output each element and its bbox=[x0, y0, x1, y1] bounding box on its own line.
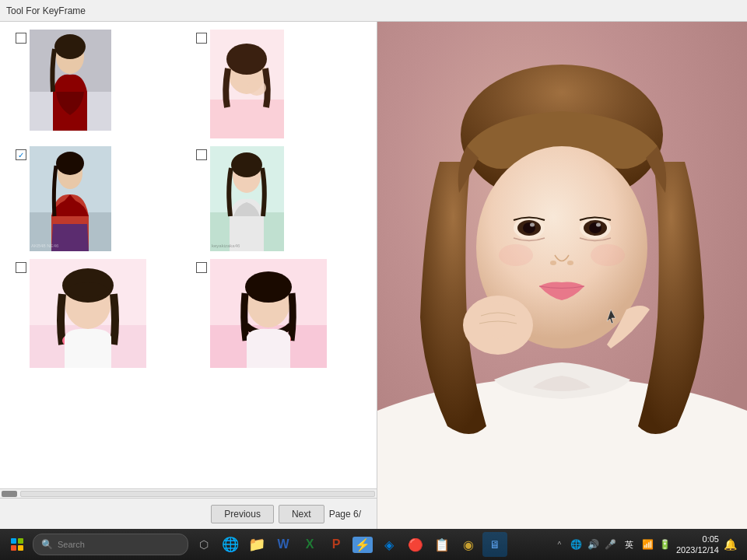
folder-icon: 📁 bbox=[248, 536, 265, 553]
svg-point-7 bbox=[226, 44, 267, 75]
app9-button[interactable]: 📋 bbox=[430, 532, 454, 557]
wifi-icon[interactable]: 📶 bbox=[640, 537, 656, 552]
title-bar: Tool For KeyFrame bbox=[0, 0, 747, 22]
image-grid: AKB48 NE46 bbox=[16, 30, 369, 368]
win-tile-1 bbox=[11, 538, 16, 544]
app6-button[interactable]: ⚡ bbox=[350, 532, 375, 557]
network-icon[interactable]: 🌐 bbox=[569, 537, 584, 552]
checkbox-6[interactable] bbox=[196, 262, 207, 273]
system-clock[interactable]: 0:05 2023/12/14 bbox=[676, 534, 719, 556]
chevron-icon[interactable]: ^ bbox=[552, 537, 567, 552]
svg-point-8 bbox=[247, 80, 266, 96]
search-icon: 🔍 bbox=[41, 539, 53, 550]
image-item-5 bbox=[16, 259, 188, 368]
scroll-thumb[interactable] bbox=[2, 491, 17, 497]
svg-point-3 bbox=[54, 34, 86, 59]
previous-button[interactable]: Previous bbox=[211, 505, 274, 523]
svg-text:keyakizaka46: keyakizaka46 bbox=[212, 243, 240, 248]
sys-icons: ^ 🌐 🔊 🎤 英 📶 🔋 bbox=[552, 537, 673, 552]
checkbox-5[interactable] bbox=[16, 262, 26, 273]
svg-point-29 bbox=[245, 271, 292, 303]
photo-5[interactable] bbox=[30, 259, 146, 368]
ppt-icon: P bbox=[332, 537, 341, 551]
speaker-icon[interactable]: 🔊 bbox=[586, 537, 601, 552]
taskbar-search[interactable]: 🔍 Search bbox=[33, 534, 188, 555]
task-view-button[interactable]: ⬡ bbox=[191, 532, 216, 557]
svg-point-43 bbox=[596, 223, 601, 227]
app10-button[interactable]: ◉ bbox=[456, 532, 481, 557]
scroll-track bbox=[20, 491, 375, 497]
checkbox-2[interactable] bbox=[196, 33, 207, 44]
app8-button[interactable]: 🔴 bbox=[403, 532, 428, 557]
win-tile-2 bbox=[18, 538, 23, 544]
app10-icon: ◉ bbox=[463, 537, 474, 552]
checkbox-4[interactable] bbox=[196, 149, 207, 160]
word-icon: W bbox=[277, 537, 289, 551]
taskbar: 🔍 Search ⬡ 🌐 📁 W X P ⚡ ◈ 🔴 bbox=[0, 529, 747, 560]
image-grid-container[interactable]: AKB48 NE46 bbox=[0, 22, 377, 488]
svg-text:AKB48 NE46: AKB48 NE46 bbox=[31, 243, 59, 248]
search-placeholder: Search bbox=[58, 540, 85, 549]
system-tray: ^ 🌐 🔊 🎤 英 📶 🔋 0:05 2023/12/14 🔔 bbox=[552, 534, 744, 556]
clock-time: 0:05 bbox=[676, 534, 719, 544]
svg-point-17 bbox=[231, 152, 262, 177]
svg-point-44 bbox=[550, 261, 556, 265]
app8-icon: 🔴 bbox=[408, 537, 423, 552]
image-item-2 bbox=[196, 30, 369, 138]
checkbox-1[interactable] bbox=[16, 33, 26, 44]
svg-point-45 bbox=[567, 261, 573, 265]
file-explorer-button[interactable]: 📁 bbox=[244, 532, 269, 557]
excel-button[interactable]: X bbox=[297, 532, 322, 557]
horizontal-scrollbar[interactable] bbox=[0, 488, 377, 498]
edge-icon: 🌐 bbox=[222, 536, 239, 553]
app9-icon: 📋 bbox=[434, 537, 450, 552]
mic-icon[interactable]: 🎤 bbox=[603, 537, 619, 552]
next-button[interactable]: Next bbox=[279, 505, 324, 523]
notification-icon: 🔔 bbox=[724, 538, 737, 551]
right-panel bbox=[377, 22, 747, 529]
left-panel: AKB48 NE46 bbox=[0, 22, 377, 529]
photo-1[interactable] bbox=[30, 30, 111, 131]
excel-icon: X bbox=[306, 537, 314, 551]
image-item-3: AKB48 NE46 bbox=[16, 146, 188, 251]
app6-icon: ⚡ bbox=[352, 537, 373, 553]
svg-point-39 bbox=[530, 223, 535, 227]
edge-browser-button[interactable]: 🌐 bbox=[218, 532, 243, 557]
main-area: AKB48 NE46 bbox=[0, 22, 747, 529]
svg-point-47 bbox=[591, 244, 625, 266]
app11-button[interactable]: 🖥 bbox=[482, 532, 507, 557]
photo-3[interactable]: AKB48 NE46 bbox=[30, 146, 111, 251]
photo-4[interactable]: keyakizaka46 bbox=[210, 146, 284, 251]
win-tile-3 bbox=[11, 545, 16, 551]
svg-point-46 bbox=[499, 244, 533, 266]
app11-icon: 🖥 bbox=[489, 538, 500, 551]
word-button[interactable]: W bbox=[271, 532, 296, 557]
lang-icon[interactable]: 英 bbox=[620, 537, 639, 552]
preview-photo bbox=[377, 22, 747, 529]
start-button[interactable] bbox=[3, 532, 31, 557]
photo-6[interactable] bbox=[210, 259, 327, 368]
svg-point-12 bbox=[56, 152, 84, 175]
checkbox-3[interactable] bbox=[16, 149, 26, 160]
notification-button[interactable]: 🔔 bbox=[722, 537, 738, 552]
bottom-bar: Previous Next Page 6/ bbox=[0, 498, 377, 529]
image-item-4: keyakizaka46 bbox=[196, 146, 369, 251]
image-item-6 bbox=[196, 259, 369, 368]
image-item-1 bbox=[16, 30, 188, 138]
page-label: Page 6/ bbox=[329, 509, 361, 520]
win-tile-4 bbox=[18, 545, 23, 551]
windows-icon bbox=[11, 538, 23, 551]
svg-rect-5 bbox=[210, 100, 284, 138]
vscode-icon: ◈ bbox=[384, 537, 394, 552]
powerpoint-button[interactable]: P bbox=[324, 532, 349, 557]
clock-date: 2023/12/14 bbox=[676, 544, 719, 555]
battery-icon[interactable]: 🔋 bbox=[658, 537, 673, 552]
task-view-icon: ⬡ bbox=[199, 538, 209, 551]
vscode-button[interactable]: ◈ bbox=[377, 532, 402, 557]
app-title: Tool For KeyFrame bbox=[6, 5, 86, 16]
photo-2[interactable] bbox=[210, 30, 284, 138]
